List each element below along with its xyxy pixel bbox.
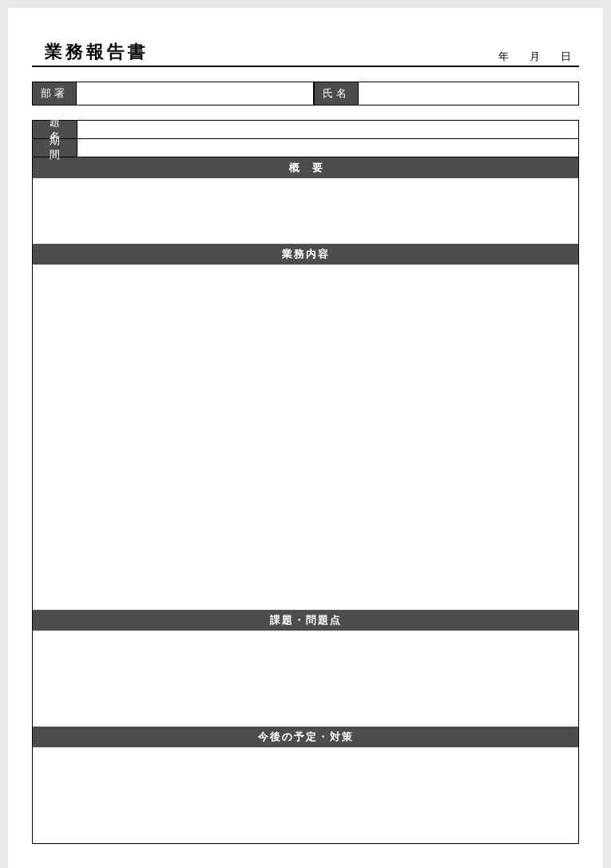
- date-year-label: 年: [498, 50, 509, 64]
- period-input[interactable]: [77, 139, 578, 157]
- summary-input[interactable]: [33, 178, 578, 244]
- issues-input[interactable]: [33, 631, 578, 727]
- name-label: 氏名: [314, 82, 359, 106]
- report-page: 業務報告書 年 月 日 部署 氏名 題名 期間 概要 業務内容 課題・問題点 今…: [8, 8, 603, 868]
- name-input[interactable]: [359, 82, 579, 106]
- identity-row: 部署 氏名: [32, 82, 579, 106]
- date-area: 年 月 日: [498, 50, 579, 64]
- plan-header: 今後の予定・対策: [33, 727, 578, 747]
- period-row: 期間: [33, 139, 578, 157]
- department-input[interactable]: [77, 82, 314, 106]
- work-input[interactable]: [33, 265, 578, 610]
- subject-input[interactable]: [77, 121, 578, 139]
- date-day-label: 日: [561, 50, 571, 64]
- issues-header: 課題・問題点: [33, 610, 578, 631]
- summary-header: 概要: [33, 157, 578, 178]
- document-title: 業務報告書: [32, 40, 149, 64]
- department-label: 部署: [32, 82, 77, 106]
- period-label: 期間: [33, 139, 77, 157]
- work-header: 業務内容: [33, 244, 578, 265]
- header-row: 業務報告書 年 月 日: [32, 40, 579, 67]
- main-form-box: 題名 期間 概要 業務内容 課題・問題点 今後の予定・対策: [32, 120, 579, 844]
- date-month-label: 月: [530, 50, 540, 64]
- plan-input[interactable]: [33, 747, 578, 843]
- subject-row: 題名: [33, 121, 578, 139]
